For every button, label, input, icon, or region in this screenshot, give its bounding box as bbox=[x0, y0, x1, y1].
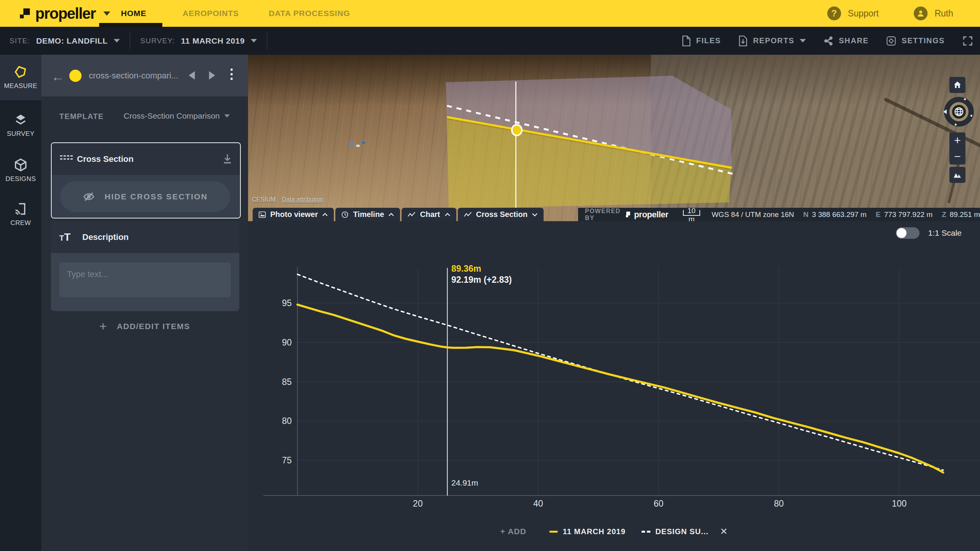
one-to-one-scale-toggle[interactable] bbox=[896, 227, 920, 239]
measurement-title: cross-section-compari... bbox=[89, 71, 178, 81]
template-row: TEMPLATE Cross-Section Comparison bbox=[41, 108, 248, 127]
cross-section-overlay[interactable] bbox=[444, 75, 733, 214]
logo-dropdown-caret-icon[interactable] bbox=[103, 11, 110, 16]
powered-by: POWERED BY propeller bbox=[585, 208, 668, 222]
map-info-bar: POWERED BY propeller 10 m WGS 84 / UTM z… bbox=[578, 208, 980, 221]
back-button[interactable]: ← bbox=[51, 69, 64, 84]
map-scale-bar: 10 m bbox=[683, 210, 700, 216]
tooltip-design-value: 92.19m (+2.83) bbox=[451, 274, 512, 285]
tab-cross-section[interactable]: Cross Section bbox=[458, 208, 544, 221]
hide-cross-section-button[interactable]: HIDE CROSS SECTION bbox=[60, 181, 230, 212]
template-select[interactable]: Cross-Section Comparison bbox=[124, 111, 230, 121]
description-input[interactable] bbox=[59, 262, 231, 297]
help-icon[interactable]: ? bbox=[827, 7, 841, 20]
zoom-out-button[interactable]: − bbox=[949, 148, 965, 165]
sidebar-item-measure[interactable]: MEASURE bbox=[0, 55, 41, 100]
legend-item-survey[interactable]: 11 MARCH 2019 bbox=[549, 527, 626, 536]
top-nav-bar: propeller HOME AEROPOINTS DATA PROCESSIN… bbox=[0, 0, 980, 27]
section-cursor-marker[interactable] bbox=[511, 124, 523, 136]
add-series-button[interactable]: + ADD bbox=[500, 527, 526, 536]
cube-icon bbox=[14, 158, 28, 172]
viewer-tabs: Photo viewer Timeline Chart Cross Sectio… bbox=[253, 208, 544, 221]
zoom-control: + − bbox=[949, 132, 965, 165]
survey-series[interactable] bbox=[297, 305, 943, 473]
sidebar-item-designs[interactable]: DESIGNS bbox=[0, 158, 41, 183]
terrain-layers-button[interactable] bbox=[949, 167, 965, 183]
survey-caret-icon bbox=[251, 39, 257, 42]
user-menu[interactable]: Ruth bbox=[934, 8, 953, 19]
legend-item-design[interactable]: DESIGN SU... bbox=[642, 527, 709, 536]
sidebar-item-crew[interactable]: CREW bbox=[0, 202, 41, 227]
share-button[interactable]: SHARE bbox=[823, 36, 869, 46]
tab-timeline[interactable]: Timeline bbox=[335, 208, 400, 221]
chart-cursor-tooltip: 89.36m 92.19m (+2.83) bbox=[451, 263, 512, 285]
propeller-logo[interactable]: propeller bbox=[20, 0, 110, 27]
survey-selector[interactable]: SURVEY: 11 MARCH 2019 bbox=[140, 36, 257, 46]
home-view-button[interactable] bbox=[949, 77, 965, 93]
description-card-title: Description bbox=[82, 232, 129, 242]
y-tick-label: 75 bbox=[282, 455, 292, 465]
line-chart-icon bbox=[407, 211, 416, 218]
vehicle-dot bbox=[349, 142, 353, 145]
propeller-mark-icon bbox=[626, 212, 630, 217]
reports-button[interactable]: REPORTS bbox=[738, 36, 806, 46]
y-tick-label: 80 bbox=[282, 416, 292, 426]
cursor-distance-label: 24.91m bbox=[451, 478, 478, 487]
description-card-body bbox=[51, 253, 239, 311]
vehicle-dot bbox=[362, 142, 365, 144]
tab-chart[interactable]: Chart bbox=[402, 208, 456, 221]
sidebar-item-survey[interactable]: SURVEY bbox=[0, 113, 41, 138]
globe-icon bbox=[954, 106, 964, 117]
settings-button[interactable]: SETTINGS bbox=[886, 36, 945, 46]
divider bbox=[130, 33, 130, 49]
compass-globe-control[interactable] bbox=[944, 97, 974, 127]
site-label: SITE: bbox=[10, 37, 30, 45]
zoom-in-button[interactable]: + bbox=[949, 132, 965, 148]
description-card: TT Description bbox=[51, 221, 239, 311]
fullscreen-button[interactable] bbox=[962, 36, 973, 46]
chart-legend: + ADD 11 MARCH 2019 DESIGN SU... ✕ bbox=[248, 526, 980, 537]
measure-pentagon-icon bbox=[14, 65, 28, 79]
gear-icon bbox=[886, 36, 896, 46]
download-icon[interactable] bbox=[222, 153, 232, 165]
plus-icon: + bbox=[99, 319, 107, 334]
site-selector[interactable]: SITE: DEMO: LANDFILL bbox=[10, 36, 120, 46]
more-options-button[interactable] bbox=[230, 68, 233, 80]
prev-measurement-button[interactable] bbox=[189, 71, 195, 80]
vehicle-dot bbox=[356, 145, 360, 147]
next-measurement-button[interactable] bbox=[209, 71, 215, 80]
report-icon bbox=[738, 36, 748, 46]
design-surface-series[interactable] bbox=[297, 274, 943, 470]
drag-handle-icon[interactable] bbox=[60, 155, 73, 160]
photo-icon bbox=[258, 211, 266, 218]
tab-photo-viewer[interactable]: Photo viewer bbox=[253, 208, 334, 221]
data-attribution-link[interactable]: Data attribution bbox=[282, 196, 323, 203]
x-tick-label: 60 bbox=[653, 499, 663, 509]
remove-series-button[interactable]: ✕ bbox=[720, 526, 728, 537]
survey-label: SURVEY: bbox=[140, 37, 175, 45]
section-cursor-line[interactable] bbox=[515, 82, 516, 210]
x-tick-label: 40 bbox=[533, 499, 543, 509]
add-edit-items-button[interactable]: + ADD/EDIT ITEMS bbox=[41, 319, 248, 334]
site-value: DEMO: LANDFILL bbox=[36, 36, 108, 46]
user-avatar-icon[interactable] bbox=[914, 7, 928, 20]
description-card-header[interactable]: TT Description bbox=[51, 221, 239, 253]
cross-section-card-header[interactable]: Cross Section bbox=[52, 143, 240, 175]
cross-section-chart-panel[interactable]: 959085807520406080100 89.36m 92.19m (+2.… bbox=[248, 221, 980, 551]
panel-header: ← cross-section-compari... bbox=[41, 55, 248, 96]
template-label: TEMPLATE bbox=[59, 112, 104, 121]
solid-series-swatch bbox=[549, 531, 558, 533]
tab-data-processing[interactable]: DATA PROCESSING bbox=[269, 0, 350, 27]
dashed-series-swatch bbox=[642, 531, 650, 533]
cross-section-chart[interactable]: 959085807520406080100 bbox=[248, 221, 980, 551]
template-caret-icon bbox=[224, 114, 230, 117]
active-tab-underline bbox=[99, 23, 162, 27]
site-bar-actions: FILES REPORTS SHARE SETTINGS bbox=[682, 27, 973, 55]
measurement-color-dot[interactable] bbox=[69, 70, 82, 82]
support-link[interactable]: Support bbox=[848, 8, 879, 19]
files-button[interactable]: FILES bbox=[682, 36, 721, 46]
map-viewport[interactable]: CESIUM Data attribution + − Photo viewer… bbox=[248, 55, 980, 221]
tab-aeropoints[interactable]: AEROPOINTS bbox=[183, 0, 239, 27]
chevron-up-icon bbox=[388, 212, 394, 217]
scale-toggle-label: 1:1 Scale bbox=[928, 228, 962, 238]
